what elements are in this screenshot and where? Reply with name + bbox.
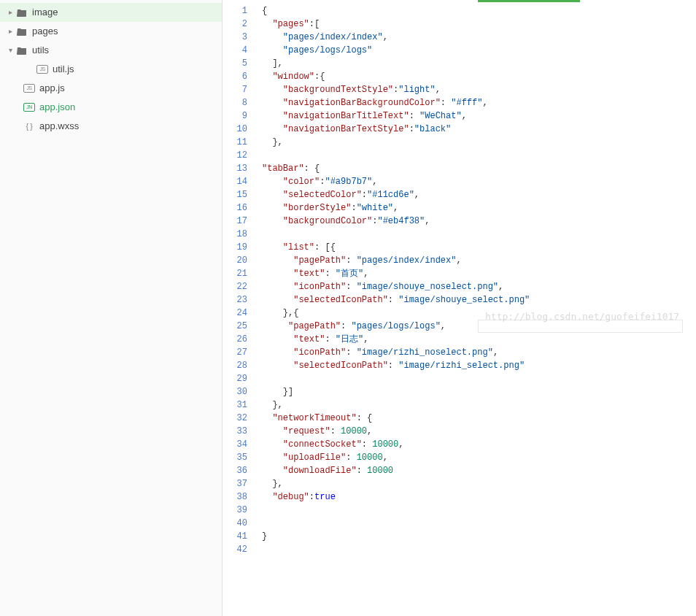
line-number: 19: [223, 241, 247, 254]
chevron-icon: ▾: [6, 44, 15, 57]
code-line[interactable]: "request": 10000,: [262, 425, 696, 438]
code-line[interactable]: {: [262, 4, 696, 18]
line-number: 10: [223, 123, 247, 136]
code-content[interactable]: { "pages":[ "pages/index/index", "pages/…: [255, 0, 696, 616]
tree-item-util-js[interactable]: JSutil.js: [0, 60, 222, 79]
line-number: 20: [223, 254, 247, 267]
tree-item-pages[interactable]: ▸pages: [0, 22, 222, 41]
code-line[interactable]: "uploadFile": 10000,: [262, 451, 696, 464]
code-line[interactable]: "downloadFile": 10000: [262, 464, 696, 477]
code-line[interactable]: "pages":[: [262, 18, 696, 31]
code-line[interactable]: "networkTimeout": {: [262, 412, 696, 425]
tree-item-app-json[interactable]: JNapp.json: [0, 98, 222, 117]
code-line[interactable]: "window":{: [262, 70, 696, 83]
tree-item-label: pages: [32, 25, 58, 38]
line-number-gutter: 1234567891011121314151617181920212223242…: [223, 0, 255, 616]
line-number: 30: [223, 385, 247, 399]
line-number: 16: [223, 201, 247, 215]
tree-item-utils[interactable]: ▾utils: [0, 41, 222, 60]
code-line[interactable]: "text": "日志",: [262, 333, 696, 346]
line-number: 34: [223, 438, 247, 451]
line-number: 11: [223, 136, 247, 149]
line-number: 31: [223, 399, 247, 412]
tree-item-image[interactable]: ▸image: [0, 3, 222, 22]
code-line[interactable]: },: [262, 136, 696, 149]
code-line[interactable]: "borderStyle":"white",: [262, 201, 696, 215]
code-editor[interactable]: 1234567891011121314151617181920212223242…: [223, 0, 696, 616]
code-line[interactable]: "backgroundTextStyle":"light",: [262, 83, 696, 96]
line-number: 27: [223, 346, 247, 359]
line-number: 17: [223, 215, 247, 228]
js-file-icon: JS: [36, 63, 48, 75]
line-number: 14: [223, 175, 247, 188]
line-number: 39: [223, 504, 247, 517]
line-number: 33: [223, 425, 247, 438]
code-line[interactable]: [262, 543, 696, 556]
folder-icon: [16, 7, 28, 18]
line-number: 28: [223, 359, 247, 372]
line-number: 37: [223, 477, 247, 490]
json-file-icon: JN: [23, 101, 35, 113]
line-number: 26: [223, 333, 247, 346]
code-line[interactable]: [262, 228, 696, 241]
line-number: 35: [223, 451, 247, 464]
code-line[interactable]: "color":"#a9b7b7",: [262, 175, 696, 188]
code-line[interactable]: "tabBar": {: [262, 162, 696, 175]
wxss-file-icon: { }: [23, 120, 35, 132]
line-number: 29: [223, 372, 247, 385]
line-number: 41: [223, 530, 247, 543]
code-line[interactable]: "pages/index/index",: [262, 31, 696, 44]
line-number: 2: [223, 18, 247, 31]
code-line[interactable]: "navigationBarTitleText": "WeChat",: [262, 109, 696, 123]
code-line[interactable]: "list": [{: [262, 241, 696, 254]
line-number: 5: [223, 57, 247, 70]
code-line[interactable]: },: [262, 399, 696, 412]
line-number: 7: [223, 83, 247, 96]
code-line[interactable]: "pagePath": "pages/logs/logs",: [262, 320, 696, 333]
line-number: 13: [223, 162, 247, 175]
code-line[interactable]: "text": "首页",: [262, 267, 696, 280]
code-line[interactable]: },{: [262, 307, 696, 320]
line-number: 8: [223, 96, 247, 109]
folder-icon: [16, 26, 28, 37]
code-line[interactable]: [262, 372, 696, 385]
code-line[interactable]: "debug":true: [262, 490, 696, 504]
code-line[interactable]: [262, 149, 696, 162]
code-line[interactable]: "backgroundColor":"#eb4f38",: [262, 215, 696, 228]
code-line[interactable]: "selectedIconPath": "image/rizhi_select.…: [262, 359, 696, 372]
tree-item-label: app.js: [39, 82, 65, 95]
code-line[interactable]: [262, 504, 696, 517]
line-number: 36: [223, 464, 247, 477]
tree-item-label: app.wxss: [39, 120, 79, 133]
code-line[interactable]: "selectedIconPath": "image/shouye_select…: [262, 293, 696, 307]
line-number: 25: [223, 320, 247, 333]
line-number: 18: [223, 228, 247, 241]
code-line[interactable]: "pages/logs/logs": [262, 44, 696, 57]
file-tree-sidebar: ▸image▸pages▾utilsJSutil.jsJSapp.jsJNapp…: [0, 0, 223, 616]
line-number: 40: [223, 517, 247, 530]
code-line[interactable]: "iconPath": "image/rizhi_noselect.png",: [262, 346, 696, 359]
tree-item-label: util.js: [53, 63, 74, 76]
code-line[interactable]: "navigationBarBackgroundColor": "#fff",: [262, 96, 696, 109]
code-line[interactable]: }: [262, 530, 696, 543]
tree-item-app-js[interactable]: JSapp.js: [0, 79, 222, 98]
code-line[interactable]: [262, 517, 696, 530]
code-line[interactable]: },: [262, 477, 696, 490]
code-line[interactable]: "navigationBarTextStyle":"black": [262, 123, 696, 136]
line-number: 42: [223, 543, 247, 556]
code-line[interactable]: "iconPath": "image/shouye_noselect.png",: [262, 280, 696, 293]
code-line[interactable]: ],: [262, 57, 696, 70]
code-line[interactable]: }]: [262, 385, 696, 399]
folder-icon: [16, 45, 28, 56]
line-number: 3: [223, 31, 247, 44]
line-number: 23: [223, 293, 247, 307]
line-number: 9: [223, 109, 247, 123]
code-line[interactable]: "selectedColor":"#11cd6e",: [262, 188, 696, 201]
code-line[interactable]: "pagePath": "pages/index/index",: [262, 254, 696, 267]
line-number: 32: [223, 412, 247, 425]
line-number: 12: [223, 149, 247, 162]
tree-item-app-wxss[interactable]: { }app.wxss: [0, 117, 222, 136]
tree-item-label: app.json: [39, 101, 75, 114]
code-line[interactable]: "connectSocket": 10000,: [262, 438, 696, 451]
status-bar: [478, 0, 580, 2]
